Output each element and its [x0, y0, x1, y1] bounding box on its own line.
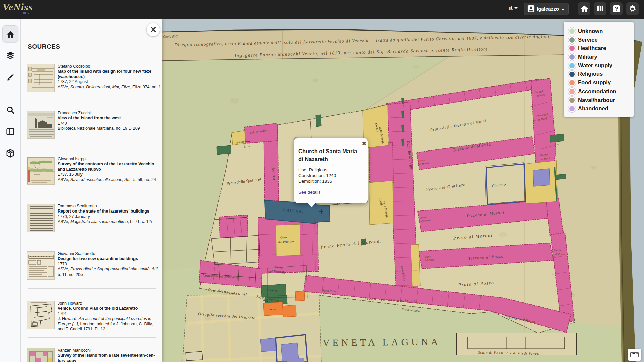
svg-text:?: ?	[615, 6, 618, 12]
svg-text:C H I E S A .: C H I E S A .	[283, 208, 303, 213]
svg-text:Copia di C.: Copia di C.	[163, 34, 179, 38]
svg-text:VENETA LAGUNA: VENETA LAGUNA	[323, 336, 441, 348]
svg-text:Forno: Forno	[268, 307, 276, 311]
svg-text:Cavana: Cavana	[267, 288, 277, 292]
svg-text:Piazza: Piazza	[273, 265, 283, 269]
svg-text:Corte: Corte	[280, 236, 287, 239]
svg-text:Fatura: Fatura	[423, 255, 431, 259]
